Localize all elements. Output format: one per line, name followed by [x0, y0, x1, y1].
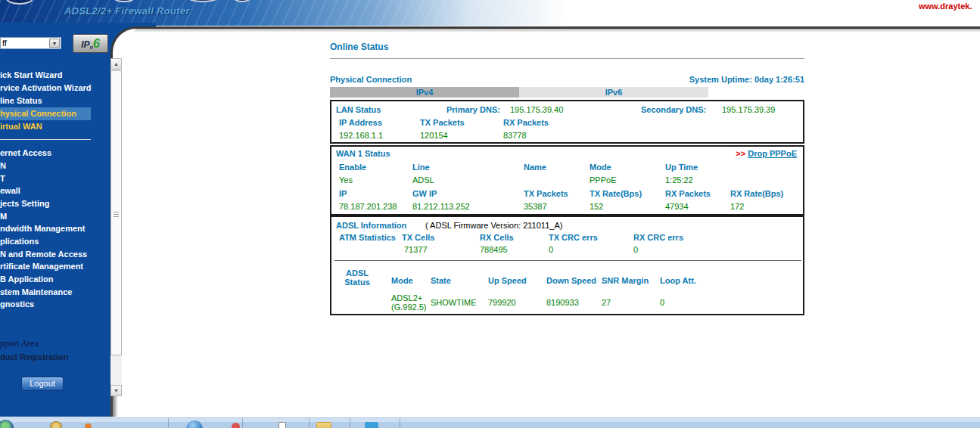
- scroll-up-icon[interactable]: ▲: [110, 58, 122, 70]
- lan-header: RX Packets: [503, 118, 549, 127]
- sidebar-item-objects-setting[interactable]: jects Setting: [0, 197, 91, 210]
- blue-app-icon[interactable]: [365, 422, 378, 428]
- sidebar-item-firewall[interactable]: ewall: [0, 185, 91, 197]
- ip-version-tabs: IPv4 IPv6: [330, 87, 804, 98]
- draytek-website-link[interactable]: www.draytek.: [919, 2, 972, 11]
- wan-value: 172: [730, 202, 744, 211]
- wan-header: RX Packets: [665, 189, 711, 198]
- sidebar-item-certificate-management[interactable]: rtificate Management: [0, 260, 91, 273]
- logout-button[interactable]: Logout: [21, 377, 64, 391]
- ipv6-button-six: 6: [93, 37, 100, 50]
- lan-title: LAN Status: [336, 105, 381, 114]
- scroll-down-icon[interactable]: ▼: [110, 385, 122, 396]
- adsl-information-table: ADSL Information ( ADSL Firmware Version…: [330, 216, 804, 315]
- scrollbar-thumb[interactable]: [110, 70, 122, 355]
- adsl-header: Down Speed: [546, 276, 596, 285]
- ipv6-button[interactable]: IPv6: [73, 34, 108, 53]
- dropdown-arrow-icon[interactable]: ▼: [49, 39, 60, 48]
- start-orb-icon[interactable]: [0, 420, 14, 428]
- ipv6-button-ip: IP: [81, 39, 89, 50]
- sidebar-item-csm[interactable]: M: [0, 210, 91, 223]
- adsl-value: 799920: [488, 298, 516, 307]
- screen: ADSL2/2+ Firewall Router www.draytek. ff…: [0, 0, 980, 428]
- sidebar-scrollbar[interactable]: ▲ ▼: [110, 58, 122, 396]
- sidebar-item-diagnostics[interactable]: gnostics: [0, 298, 91, 311]
- atm-header: TX Cells: [402, 233, 434, 242]
- wan-header: RX Rate(Bps): [730, 189, 783, 198]
- adsl-value: 27: [602, 298, 611, 307]
- sidebar-item-virtual-wan[interactable]: irtual WAN: [0, 120, 91, 133]
- link-arrows-icon: >>: [736, 149, 745, 158]
- main-content: Online Status Physical Connection System…: [330, 26, 804, 389]
- taskbar-separator: [350, 418, 350, 428]
- sidebar-item-system-maintenance[interactable]: stem Maintenance: [0, 286, 91, 299]
- wan-header: TX Packets: [524, 189, 568, 198]
- drop-pppoe-link[interactable]: Drop PPPoE: [748, 149, 797, 158]
- wan-title: WAN 1 Status: [336, 149, 390, 158]
- sidebar-item-usb-application[interactable]: B Application: [0, 273, 91, 286]
- adsl-firmware-version: ( ADSL Firmware Version: 211011_A): [425, 221, 562, 230]
- adsl-header: SNR Margin: [602, 276, 649, 285]
- sidebar-item-quick-start-wizard[interactable]: ick Start Wizard: [0, 69, 91, 82]
- adsl-title: ADSL Information: [336, 221, 406, 230]
- sidebar-item-vpn-remote-access[interactable]: N and Remote Access: [0, 248, 91, 261]
- wan-value: 47934: [665, 202, 689, 211]
- atm-header: RX CRC errs: [633, 233, 683, 242]
- wan-value: ADSL: [412, 175, 434, 185]
- auto-logout-dropdown[interactable]: ff ▼: [0, 37, 61, 49]
- atm-value: 71377: [404, 245, 428, 254]
- wan1-status-table: WAN 1 Status >> Drop PPPoE Enable Line N…: [330, 145, 804, 216]
- section-label: Physical Connection: [330, 75, 412, 84]
- secondary-dns-value: 195.175.39.39: [722, 105, 775, 114]
- title-rule: [330, 58, 804, 59]
- sidebar-item-nat[interactable]: T: [0, 172, 91, 185]
- folder-icon[interactable]: [316, 422, 331, 428]
- atm-value: 788495: [480, 245, 508, 254]
- lan-status-table: LAN Status Primary DNS: 195.175.39.40 Se…: [330, 100, 804, 144]
- wan-value: 78.187.201.238: [339, 202, 397, 211]
- scrollbar-grip-icon: [114, 212, 119, 218]
- sidebar-item-lan[interactable]: N: [0, 160, 91, 172]
- sidebar-divider: [0, 139, 91, 140]
- system-uptime: System Uptime: 0day 1:26:51: [689, 75, 804, 84]
- wan-value: 81.212.113.252: [412, 202, 470, 211]
- sidebar-item-physical-connection[interactable]: hysical Connection: [0, 107, 91, 120]
- sidebar-item-service-activation-wizard[interactable]: rvice Activation Wizard: [0, 82, 91, 95]
- lan-value: 120154: [420, 131, 448, 140]
- red-app-icon[interactable]: [232, 423, 240, 428]
- wan-header: Up Time: [665, 163, 698, 172]
- sidebar-item-support-area[interactable]: pport Area: [0, 337, 91, 350]
- adsl-header: Mode: [391, 276, 413, 285]
- lan-value: 83778: [503, 131, 527, 140]
- adsl-header: Up Speed: [488, 276, 527, 285]
- sidebar-item-bandwidth-management[interactable]: ndwidth Management: [0, 222, 91, 235]
- top-banner: ADSL2/2+ Firewall Router: [0, 0, 980, 26]
- sidebar-item-internet-access[interactable]: ernet Access: [0, 147, 91, 160]
- yellow-app-icon[interactable]: [50, 421, 62, 428]
- orange-app-icon[interactable]: [85, 423, 92, 428]
- adsl-value: SHOWTIME: [431, 298, 477, 307]
- sidebar-item-product-registration[interactable]: duct Registration: [0, 351, 91, 364]
- wan-value: PPPoE: [590, 175, 616, 185]
- wan-value: 1:25:22: [665, 175, 693, 185]
- wan-value: 35387: [524, 202, 547, 211]
- notepad-icon[interactable]: [278, 422, 286, 428]
- tab-ipv4[interactable]: IPv4: [330, 87, 519, 98]
- adsl-mode-value: ADSL2+(G.992.5): [391, 293, 426, 312]
- adsl-header: State: [431, 276, 451, 285]
- taskbar[interactable]: [0, 417, 980, 428]
- atm-statistics-label: ATM Statistics: [339, 233, 396, 242]
- tab-ipv6[interactable]: IPv6: [519, 87, 708, 98]
- wan-header: Mode: [590, 163, 611, 172]
- taskbar-separator: [400, 418, 400, 428]
- blue-globe-icon[interactable]: [186, 420, 203, 428]
- drop-pppoe: >> Drop PPPoE: [736, 149, 797, 158]
- page-title: Online Status: [330, 42, 388, 52]
- sidebar-item-applications[interactable]: plications: [0, 235, 91, 248]
- wan-header: IP: [339, 189, 347, 198]
- adsl-header: Loop Att.: [660, 276, 696, 285]
- adsl-value: 8190933: [546, 298, 579, 307]
- sidebar-item-online-status[interactable]: line Status: [0, 95, 91, 107]
- secondary-dns-label: Secondary DNS:: [641, 105, 706, 114]
- atm-value: 0: [549, 245, 553, 254]
